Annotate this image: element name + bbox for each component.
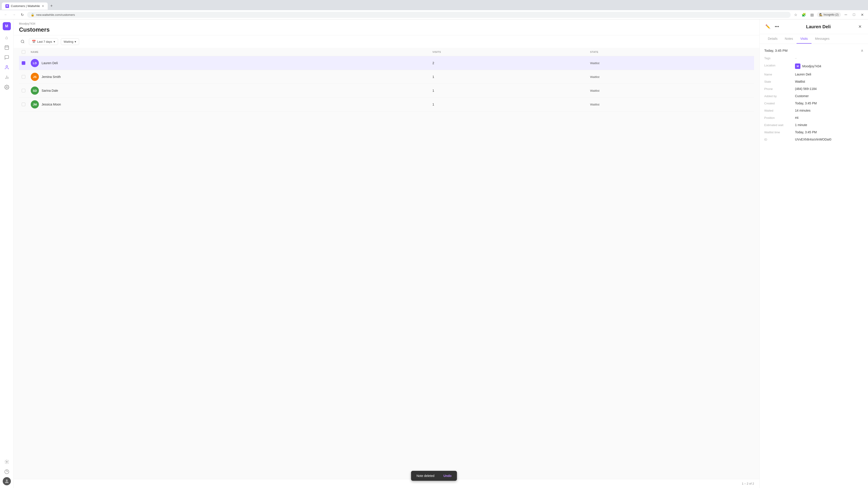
detail-label: Waitlist time — [764, 130, 792, 134]
main-content: Moodjoy7434 Customers 📅 Last 7 days ▾ Wa… — [13, 20, 760, 488]
row-checkbox[interactable] — [22, 89, 25, 92]
sidebar: M ⌂ — [0, 20, 13, 488]
customer-detail-panel: ✏️ ••• Lauren Deli ✕ Details Notes Visit… — [760, 20, 868, 488]
table-header-row: NAME VISITS STATE — [19, 48, 754, 56]
detail-row: Waitlist time Today, 3:45 PM — [764, 130, 864, 134]
search-button[interactable] — [19, 38, 26, 45]
row-state-cell: Waitlist — [587, 84, 754, 98]
sidebar-logo[interactable]: M — [3, 22, 11, 30]
state-filter-button[interactable]: Waiting ▾ — [61, 38, 79, 45]
pagination-info: 1 – 2 of 2 — [742, 482, 754, 485]
state-filter-chevron: ▾ — [74, 40, 76, 43]
more-options-button[interactable]: ••• — [773, 23, 780, 30]
incognito-label: Incognito (2) — [824, 13, 839, 16]
select-all-checkbox[interactable] — [22, 50, 25, 54]
row-checkbox-cell — [19, 70, 28, 84]
browser-tab-active[interactable]: M Customers | Waitwhile ✕ — [2, 2, 48, 10]
date-filter-label: Last 7 days — [37, 40, 52, 43]
detail-value: 14 minutes — [795, 109, 864, 112]
customers-table-body: LD Lauren Deli 2 Waitlist JS Jemina Smit… — [19, 56, 754, 111]
detail-row: Added by Customer — [764, 94, 864, 98]
sidebar-item-calendar[interactable] — [2, 43, 11, 52]
visit-details: Tags – Location M Moodjoy7434 Name Laure… — [764, 56, 864, 141]
sidebar-item-settings[interactable] — [2, 83, 11, 92]
extensions-button[interactable]: 🧩 — [801, 11, 807, 18]
browser-tab-bar: M Customers | Waitwhile ✕ + — [0, 0, 868, 10]
tab-close-button[interactable]: ✕ — [42, 4, 44, 8]
undo-button[interactable]: Undo — [443, 474, 452, 478]
bookmark-button[interactable]: ☆ — [793, 11, 799, 18]
sidebar-item-integrations[interactable] — [2, 457, 11, 466]
sidebar-toggle-button[interactable]: ▤ — [809, 11, 815, 18]
row-checkbox[interactable] — [22, 61, 25, 65]
table-row[interactable]: JS Jemina Smith 1 Waitlist — [19, 70, 754, 84]
state-column-header: STATE — [587, 48, 754, 56]
address-bar[interactable]: 🔒 new.waitwhile.com/customers — [27, 12, 791, 18]
tab-notes[interactable]: Notes — [781, 34, 797, 43]
snackbar-message: Note deleted — [416, 474, 434, 478]
new-tab-button[interactable]: + — [49, 2, 55, 10]
collapse-button[interactable]: ∧ — [861, 48, 864, 53]
state-badge: Waitlist — [590, 103, 599, 106]
detail-label: Phone — [764, 87, 792, 91]
panel-left-actions: ✏️ ••• — [764, 23, 780, 30]
customer-avatar: LD — [31, 59, 39, 67]
detail-value: Today, 3:45 PM — [795, 101, 864, 105]
detail-label: Estimated wait — [764, 123, 792, 127]
customer-cell: JS Jemina Smith — [31, 73, 427, 81]
reload-button[interactable]: ↻ — [19, 11, 25, 18]
row-checkbox-cell — [19, 98, 28, 111]
customer-cell: SD Sarina Dale — [31, 87, 427, 95]
row-visits-cell: 1 — [430, 84, 587, 98]
table-row[interactable]: SD Sarina Dale 1 Waitlist — [19, 84, 754, 98]
row-checkbox[interactable] — [22, 103, 25, 106]
forward-button[interactable]: → — [11, 11, 17, 18]
sidebar-item-home[interactable]: ⌂ — [2, 33, 11, 42]
row-state-cell: Waitlist — [587, 56, 754, 70]
detail-label: Name — [764, 72, 792, 76]
detail-label: ID — [764, 138, 792, 141]
tab-details[interactable]: Details — [764, 34, 781, 43]
maximize-button[interactable]: □ — [851, 11, 857, 18]
sidebar-item-help[interactable] — [2, 467, 11, 476]
detail-row: Position #4 — [764, 116, 864, 120]
sidebar-item-messages[interactable] — [2, 53, 11, 62]
svg-line-14 — [23, 42, 24, 43]
main-header: Moodjoy7434 Customers — [13, 20, 760, 35]
row-checkbox[interactable] — [22, 75, 25, 78]
detail-label: Created — [764, 101, 792, 105]
detail-row: ID UVvEXh8r4ssVinWODaI0 — [764, 138, 864, 141]
row-visits-cell: 1 — [430, 70, 587, 84]
table-row[interactable]: LD Lauren Deli 2 Waitlist — [19, 56, 754, 70]
user-avatar[interactable] — [3, 477, 11, 485]
detail-row: Phone (484) 569-1184 — [764, 87, 864, 91]
breadcrumb: Moodjoy7434 — [19, 22, 754, 25]
tab-visits[interactable]: Visits — [797, 34, 811, 43]
close-panel-button[interactable]: ✕ — [856, 23, 864, 30]
detail-value: Lauren Deli — [795, 72, 864, 76]
detail-value: #4 — [795, 116, 864, 120]
edit-button[interactable]: ✏️ — [764, 23, 772, 30]
snackbar: Note deleted Undo — [411, 471, 457, 481]
row-checkbox-cell — [19, 84, 28, 98]
svg-point-12 — [6, 480, 8, 481]
close-window-button[interactable]: ✕ — [859, 11, 865, 18]
date-filter-button[interactable]: 📅 Last 7 days ▾ — [29, 38, 58, 45]
svg-point-8 — [6, 87, 7, 88]
detail-value: – — [795, 56, 864, 60]
page-title: Customers — [19, 26, 754, 33]
browser-chrome: M Customers | Waitwhile ✕ + ← → ↻ 🔒 new.… — [0, 0, 868, 20]
sidebar-item-customers[interactable] — [2, 63, 11, 72]
tab-messages[interactable]: Messages — [811, 34, 833, 43]
sidebar-item-analytics[interactable] — [2, 73, 11, 82]
minimize-button[interactable]: ─ — [843, 11, 849, 18]
back-button[interactable]: ← — [3, 11, 9, 18]
table-row[interactable]: JM Jessica Moon 1 Waitlist — [19, 98, 754, 111]
customer-avatar: JS — [31, 73, 39, 81]
tab-title: Customers | Waitwhile — [11, 4, 40, 8]
detail-row: Created Today, 3:45 PM — [764, 101, 864, 105]
detail-row: Name Lauren Deli — [764, 72, 864, 76]
tab-favicon: M — [5, 4, 9, 8]
row-visits-cell: 2 — [430, 56, 587, 70]
customer-cell: JM Jessica Moon — [31, 100, 427, 108]
